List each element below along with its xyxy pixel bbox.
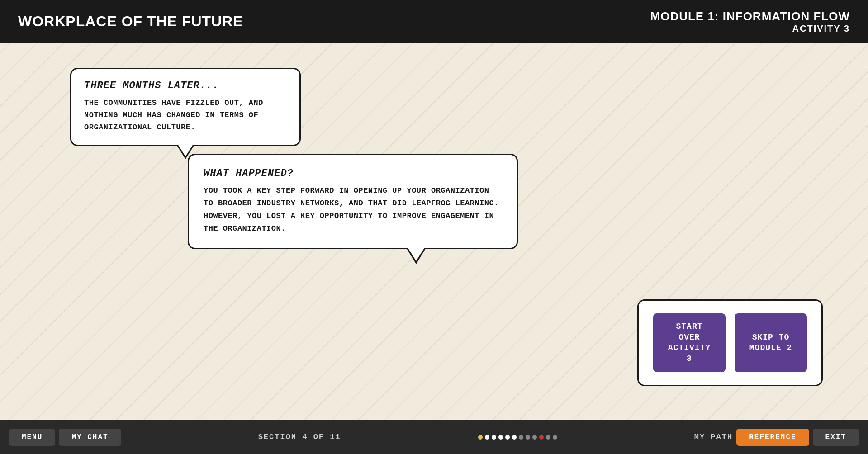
menu-button[interactable]: MENU [9,429,55,446]
bubble1-title: THREE MONTHS LATER... [84,80,287,91]
footer-left: MENU MY CHAT [9,429,121,446]
progress-dot-7 [519,435,523,440]
activity-label: ACTIVITY 3 [650,24,850,34]
module-label: MODULE 1: INFORMATION FLOW [650,9,850,24]
app-title: WORKPLACE OF THE FUTURE [18,13,243,30]
progress-dot-11 [546,435,550,440]
progress-dot-1 [478,435,483,440]
reference-button[interactable]: REFERENCE [736,429,809,446]
speech-bubble-1: THREE MONTHS LATER... THE COMMUNITIES HA… [70,68,301,146]
progress-dot-10 [539,435,544,440]
button-box: START OVER ACTIVITY 3 SKIP TO MODULE 2 [637,299,823,386]
footer-right: MY PATH REFERENCE EXIT [694,429,859,446]
bubble2-text: YOU TOOK A KEY STEP FORWARD IN OPENING U… [204,184,502,235]
speech-bubble-2: WHAT HAPPENED? YOU TOOK A KEY STEP FORWA… [188,154,518,249]
exit-button[interactable]: EXIT [813,429,859,446]
mypath-button[interactable]: MY PATH [694,433,733,441]
progress-dot-4 [498,435,503,440]
bubble1-text: THE COMMUNITIES HAVE FIZZLED OUT, AND NO… [84,97,287,134]
mychat-button[interactable]: MY CHAT [59,429,121,446]
progress-dot-3 [492,435,496,440]
progress-dot-2 [485,435,489,440]
start-over-button[interactable]: START OVER ACTIVITY 3 [653,313,726,372]
progress-dot-5 [505,435,510,440]
header: WORKPLACE OF THE FUTURE MODULE 1: INFORM… [0,0,868,43]
progress-dot-12 [553,435,557,440]
skip-to-module2-button[interactable]: SKIP TO MODULE 2 [735,313,807,372]
progress-dot-9 [532,435,537,440]
progress-dots [478,435,557,440]
progress-dot-6 [512,435,517,440]
header-right: MODULE 1: INFORMATION FLOW ACTIVITY 3 [650,9,850,34]
footer: MENU MY CHAT SECTION 4 OF 11 MY PATH REF… [0,420,868,454]
progress-dot-8 [526,435,530,440]
bubble2-title: WHAT HAPPENED? [204,168,502,179]
section-indicator: SECTION 4 OF 11 [258,433,341,441]
main-content: THREE MONTHS LATER... THE COMMUNITIES HA… [0,43,868,420]
